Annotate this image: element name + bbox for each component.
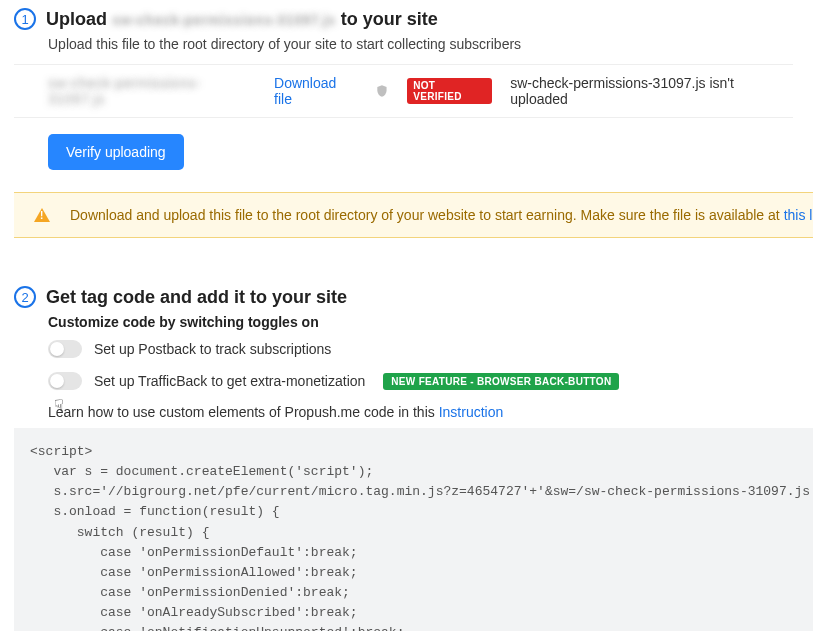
warning-icon	[34, 208, 50, 222]
title-prefix: Upload	[46, 9, 112, 29]
step-2: 2 Get tag code and add it to your site C…	[0, 278, 813, 631]
blurred-filename-row: sw-check-permissions-31097.js	[48, 75, 256, 107]
instruction-link[interactable]: Instruction	[439, 404, 504, 420]
alert-prefix: Download and upload this file to the roo…	[70, 207, 784, 223]
step-number-badge: 1	[14, 8, 36, 30]
toggle-trafficback-label: Set up TrafficBack to get extra-monetiza…	[94, 373, 365, 389]
step-1-header: 1 Upload sw-check-permissions-31097.js t…	[14, 0, 793, 30]
step-1-subtext: Upload this file to the root directory o…	[48, 36, 793, 52]
step-1-title: Upload sw-check-permissions-31097.js to …	[46, 9, 438, 30]
download-file-link[interactable]: Download file	[274, 75, 357, 107]
title-suffix: to your site	[336, 9, 438, 29]
learn-line: Learn how to use custom elements of Prop…	[48, 404, 793, 420]
step-1: 1 Upload sw-check-permissions-31097.js t…	[0, 0, 813, 238]
blurred-filename: sw-check-permissions-31097.js	[112, 12, 336, 28]
toggle-postback-row: Set up Postback to track subscriptions	[48, 340, 793, 358]
code-snippet[interactable]: <script> var s = document.createElement(…	[14, 428, 813, 631]
toggles-heading: Customize code by switching toggles on	[48, 314, 793, 330]
warning-alert: Download and upload this file to the roo…	[14, 192, 813, 238]
shield-icon	[375, 83, 389, 99]
step-2-header: 2 Get tag code and add it to your site	[14, 278, 793, 308]
warning-text: Download and upload this file to the roo…	[70, 207, 813, 223]
toggle-trafficback-row: ☟ Set up TrafficBack to get extra-moneti…	[48, 372, 793, 390]
step-number-badge: 2	[14, 286, 36, 308]
file-status-row: sw-check-permissions-31097.js Download f…	[14, 64, 793, 118]
toggle-postback[interactable]	[48, 340, 82, 358]
not-verified-badge: NOT VERIFIED	[407, 78, 492, 104]
step-2-title: Get tag code and add it to your site	[46, 287, 347, 308]
step-1-body: Upload this file to the root directory o…	[48, 36, 793, 238]
step-2-body: Customize code by switching toggles on S…	[48, 314, 793, 631]
new-feature-badge: NEW FEATURE - BROWSER BACK-BUTTON	[383, 373, 619, 390]
toggle-trafficback[interactable]	[48, 372, 82, 390]
toggle-postback-label: Set up Postback to track subscriptions	[94, 341, 331, 357]
upload-status-text: sw-check-permissions-31097.js isn't uplo…	[510, 75, 793, 107]
learn-prefix: Learn how to use custom elements of Prop…	[48, 404, 439, 420]
toggle-trafficback-wrap: ☟	[48, 372, 82, 390]
verify-uploading-button[interactable]: Verify uploading	[48, 134, 184, 170]
alert-this-link[interactable]: this link	[784, 207, 813, 223]
